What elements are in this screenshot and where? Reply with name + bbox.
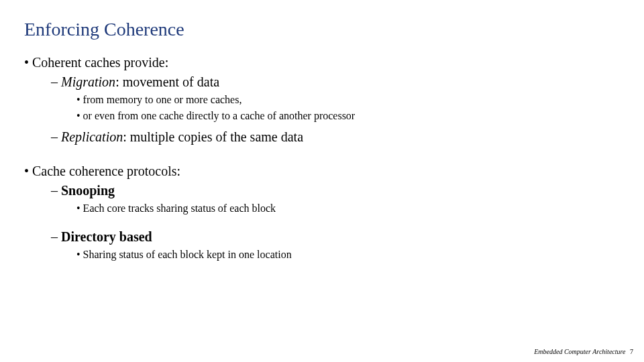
page-number: 7 <box>630 348 633 355</box>
bullet-protocols: Cache coherence protocols: <box>24 162 620 180</box>
slide-title: Enforcing Coherence <box>24 19 620 40</box>
bullet-text: Cache coherence protocols: <box>32 164 180 178</box>
subsub-snooping-1: Each core tracks sharing status of each … <box>76 201 620 216</box>
term-directory: Directory based <box>61 229 152 244</box>
subbullet-replication: Replication: multiple copies of the same… <box>51 128 620 146</box>
bullet-coherent-caches: Coherent caches provide: <box>24 54 620 72</box>
replication-rest: : multiple copies of the same data <box>123 129 303 144</box>
subsub-migration-1: from memory to one or more caches, <box>76 93 620 107</box>
term-migration: Migration <box>61 74 115 89</box>
subbullet-snooping: Snooping <box>51 182 620 200</box>
migration-rest: : movement of data <box>115 74 219 89</box>
subbullet-directory: Directory based <box>51 228 620 246</box>
subsub-text: from memory to one or more caches, <box>83 94 242 105</box>
subsub-text: Each core tracks sharing status of each … <box>83 202 276 214</box>
term-snooping: Snooping <box>61 183 115 198</box>
footer: Embedded Computer Architecture 7 <box>534 348 633 355</box>
subsub-text: Sharing status of each block kept in one… <box>83 249 292 260</box>
subbullet-migration: Migration: movement of data <box>51 73 620 91</box>
subsub-migration-2: or even from one cache directly to a cac… <box>76 109 620 123</box>
slide: Enforcing Coherence Coherent caches prov… <box>0 0 644 362</box>
subsub-text: or even from one cache directly to a cac… <box>83 110 356 121</box>
term-replication: Replication <box>61 129 123 144</box>
bullet-text: Coherent caches provide: <box>32 55 168 70</box>
footer-course: Embedded Computer Architecture <box>534 348 625 355</box>
subsub-directory-1: Sharing status of each block kept in one… <box>76 247 620 262</box>
